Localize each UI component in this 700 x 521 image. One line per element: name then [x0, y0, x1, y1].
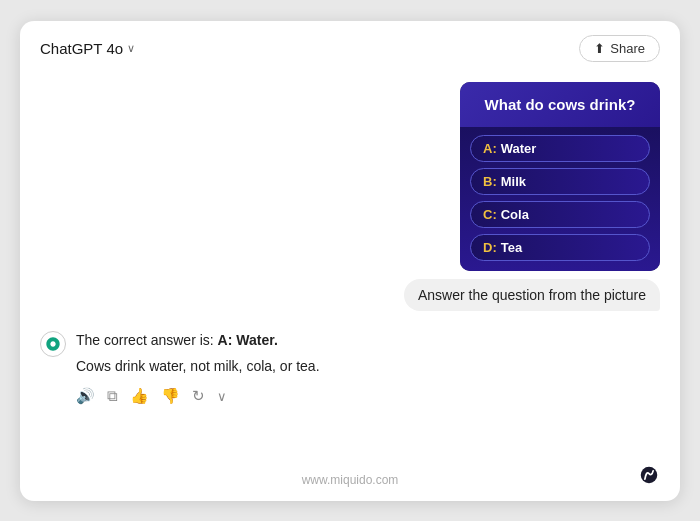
option-c-text: Cola [501, 207, 529, 222]
option-b-letter: B: [483, 174, 497, 189]
quiz-option-b: B: Milk [470, 168, 650, 195]
quiz-image: What do cows drink? A: Water B: Milk C: … [460, 82, 660, 271]
quiz-question: What do cows drink? [474, 94, 646, 115]
copy-icon[interactable]: ⧉ [107, 387, 118, 405]
option-a-text: Water [501, 141, 537, 156]
action-bar: 🔊 ⧉ 👍 👎 ↻ ∨ [76, 387, 320, 405]
assistant-row: The correct answer is: A: Water. Cows dr… [40, 329, 660, 406]
refresh-icon[interactable]: ↻ [192, 387, 205, 405]
user-message-wrap: What do cows drink? A: Water B: Milk C: … [40, 82, 660, 311]
header: ChatGPT 4o ∨ ⬆ Share [20, 21, 680, 72]
share-label: Share [610, 41, 645, 56]
quiz-option-c: C: Cola [470, 201, 650, 228]
assistant-content: The correct answer is: A: Water. Cows dr… [76, 329, 320, 406]
user-text-bubble: Answer the question from the picture [404, 279, 660, 311]
assistant-answer: The correct answer is: A: Water. [76, 329, 320, 351]
footer: www.miquido.com [20, 463, 680, 501]
model-name: ChatGPT 4o [40, 40, 123, 57]
miquido-logo-icon [638, 464, 660, 486]
quiz-option-a: A: Water [470, 135, 650, 162]
option-d-letter: D: [483, 240, 497, 255]
option-c-letter: C: [483, 207, 497, 222]
answer-bold: A: Water. [218, 332, 278, 348]
footer-url: www.miquido.com [302, 473, 399, 487]
option-b-text: Milk [501, 174, 526, 189]
user-message-text: Answer the question from the picture [418, 287, 646, 303]
quiz-header-bg: What do cows drink? [460, 82, 660, 127]
svg-point-0 [641, 466, 658, 483]
option-d-text: Tea [501, 240, 522, 255]
quiz-options: A: Water B: Milk C: Cola D: Tea [460, 127, 660, 271]
volume-icon[interactable]: 🔊 [76, 387, 95, 405]
assistant-explanation: Cows drink water, not milk, cola, or tea… [76, 355, 320, 377]
chatgpt-icon [45, 336, 61, 352]
share-icon: ⬆ [594, 41, 605, 56]
chevron-down-icon[interactable]: ∨ [127, 42, 135, 55]
option-a-letter: A: [483, 141, 497, 156]
share-button[interactable]: ⬆ Share [579, 35, 660, 62]
chevron-more-icon[interactable]: ∨ [217, 389, 227, 404]
header-title: ChatGPT 4o ∨ [40, 40, 135, 57]
footer-logo [638, 464, 660, 489]
chat-window: ChatGPT 4o ∨ ⬆ Share What do cows drink?… [20, 21, 680, 501]
thumbup-icon[interactable]: 👍 [130, 387, 149, 405]
assistant-avatar [40, 331, 66, 357]
chat-body: What do cows drink? A: Water B: Milk C: … [20, 72, 680, 463]
answer-prefix: The correct answer is: [76, 332, 218, 348]
quiz-option-d: D: Tea [470, 234, 650, 261]
thumbdown-icon[interactable]: 👎 [161, 387, 180, 405]
